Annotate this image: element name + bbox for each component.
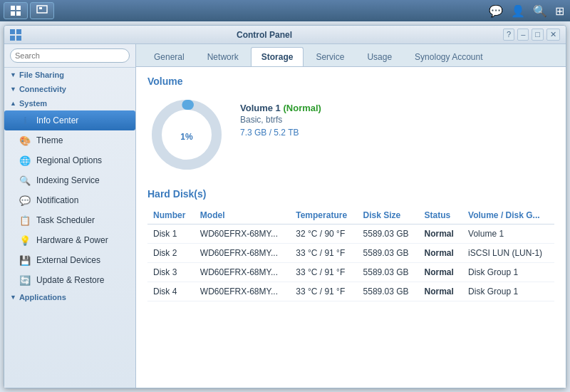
grid-small-icon[interactable]: ⊞: [553, 2, 566, 20]
sidebar-item-update-restore[interactable]: 🔄 Update & Restore: [4, 270, 135, 290]
disk-number: Disk 1: [147, 225, 195, 244]
sidebar-item-info-center[interactable]: ℹ Info Center: [4, 110, 135, 130]
disk-size: 5589.03 GB: [358, 244, 419, 263]
info-icon: ℹ: [19, 114, 31, 127]
disk-temperature: 33 °C / 91 °F: [290, 244, 357, 263]
regional-icon: 🌐: [19, 154, 31, 167]
taskbar-grid-button[interactable]: [4, 2, 28, 19]
window-icon: [10, 29, 21, 41]
search-input[interactable]: [10, 48, 130, 63]
maximize-button[interactable]: □: [532, 29, 544, 41]
sidebar: ▼ File Sharing ▼ Connectivity ▲ System ℹ…: [4, 44, 136, 388]
sidebar-section-system[interactable]: ▲ System: [4, 96, 135, 110]
tab-network[interactable]: Network: [197, 47, 249, 66]
donut-percent-text: 1%: [180, 127, 192, 143]
disk-status: Normal: [419, 263, 463, 282]
chevron-down-icon: ▼: [10, 86, 16, 93]
volume-type: Basic, btrfs: [240, 115, 321, 125]
sidebar-item-external-devices[interactable]: 💾 External Devices: [4, 250, 135, 270]
theme-label: Theme: [36, 135, 63, 145]
donut-suffix: %: [185, 132, 193, 142]
content-area: General Network Storage Service Usage Sy…: [136, 44, 566, 388]
tab-service[interactable]: Service: [305, 47, 355, 66]
volume-info: Volume 1 (Normal) Basic, btrfs 7.3 GB / …: [240, 96, 321, 138]
table-row: Disk 1 WD60EFRX-68MY... 32 °C / 90 °F 55…: [147, 225, 554, 244]
col-number: Number: [147, 207, 195, 225]
search-icon[interactable]: 🔍: [531, 2, 549, 20]
sidebar-item-regional-options[interactable]: 🌐 Regional Options: [4, 150, 135, 170]
window-controls: ? – □ ✕: [503, 29, 560, 41]
sidebar-item-hardware-power[interactable]: 💡 Hardware & Power: [4, 230, 135, 250]
disk-model: WD60EFRX-68MY...: [195, 263, 290, 282]
tabs-bar: General Network Storage Service Usage Sy…: [136, 44, 566, 67]
notification-label: Notification: [36, 195, 78, 205]
disk-model: WD60EFRX-68MY...: [195, 282, 290, 301]
hardware-icon: 💡: [19, 234, 31, 247]
disk-size: 5589.03 GB: [358, 225, 419, 244]
file-sharing-label: File Sharing: [19, 71, 64, 79]
question-button[interactable]: ?: [503, 29, 514, 41]
volume-section-title: Volume: [147, 76, 554, 87]
sidebar-item-notification[interactable]: 💬 Notification: [4, 190, 135, 210]
sidebar-item-task-scheduler[interactable]: 📋 Task Scheduler: [4, 210, 135, 230]
sidebar-section-file-sharing[interactable]: ▼ File Sharing: [4, 68, 135, 82]
indexing-service-label: Indexing Service: [36, 175, 100, 185]
svg-rect-3: [16, 11, 21, 16]
chat-icon[interactable]: 💬: [487, 2, 505, 20]
sidebar-item-theme[interactable]: 🎨 Theme: [4, 130, 135, 150]
disk-table-body: Disk 1 WD60EFRX-68MY... 32 °C / 90 °F 55…: [147, 225, 554, 301]
tab-synology-account[interactable]: Synology Account: [404, 47, 493, 66]
main-area: ▼ File Sharing ▼ Connectivity ▲ System ℹ…: [4, 44, 566, 388]
disk-status: Normal: [419, 282, 463, 301]
disk-table-header: Number Model Temperature Disk Size Statu…: [147, 207, 554, 225]
task-icon: 📋: [19, 214, 31, 227]
taskbar-panel-button[interactable]: [30, 2, 54, 19]
tab-storage[interactable]: Storage: [251, 47, 304, 66]
indexing-icon: 🔍: [19, 174, 31, 187]
theme-icon: 🎨: [19, 134, 31, 147]
disk-temperature: 33 °C / 91 °F: [290, 282, 357, 301]
volume-donut-chart: 1%: [147, 96, 226, 174]
col-volume: Volume / Disk G...: [462, 207, 554, 225]
disk-number: Disk 4: [147, 282, 195, 301]
control-panel-window: Control Panel ? – □ ✕ ▼ File Sharing ▼ C…: [4, 25, 566, 388]
donut-value: 1: [180, 132, 185, 142]
info-center-label: Info Center: [36, 115, 78, 125]
sidebar-item-indexing-service[interactable]: 🔍 Indexing Service: [4, 170, 135, 190]
disk-table: Number Model Temperature Disk Size Statu…: [147, 207, 554, 301]
titlebar: Control Panel ? – □ ✕: [4, 26, 566, 44]
disk-status: Normal: [419, 225, 463, 244]
close-button[interactable]: ✕: [546, 29, 560, 41]
external-devices-label: External Devices: [36, 255, 100, 265]
volume-area: 1% Volume 1 (Normal) Basic, btrfs 7.3 GB…: [147, 96, 554, 174]
disk-temperature: 33 °C / 91 °F: [290, 263, 357, 282]
user-icon[interactable]: 👤: [509, 2, 527, 20]
col-model: Model: [195, 207, 290, 225]
hardware-power-label: Hardware & Power: [36, 235, 108, 245]
volume-size: 7.3 GB / 5.2 TB: [240, 128, 321, 138]
svg-rect-9: [16, 36, 21, 41]
volume-name: Volume 1 (Normal): [240, 103, 321, 113]
update-restore-label: Update & Restore: [36, 275, 104, 285]
tab-usage[interactable]: Usage: [356, 47, 403, 66]
disk-temperature: 32 °C / 90 °F: [290, 225, 357, 244]
minimize-button[interactable]: –: [517, 29, 529, 41]
table-row: Disk 3 WD60EFRX-68MY... 33 °C / 91 °F 55…: [147, 263, 554, 282]
disk-size: 5589.03 GB: [358, 263, 419, 282]
harddisk-section-title: Hard Disk(s): [147, 188, 554, 200]
taskbar-right-icons: 💬 👤 🔍 ⊞: [487, 2, 566, 20]
sidebar-section-applications[interactable]: ▼ Applications: [4, 290, 135, 304]
disk-status: Normal: [419, 244, 463, 263]
svg-rect-0: [11, 6, 15, 10]
disk-model: WD60EFRX-68MY...: [195, 225, 290, 244]
col-status: Status: [419, 207, 463, 225]
external-icon: 💾: [19, 254, 31, 267]
chevron-down-icon: ▼: [10, 71, 16, 78]
svg-rect-8: [10, 36, 15, 41]
system-label: System: [19, 99, 47, 108]
chevron-up-icon: ▲: [10, 100, 16, 107]
sidebar-section-connectivity[interactable]: ▼ Connectivity: [4, 82, 135, 96]
tab-general[interactable]: General: [143, 47, 195, 66]
col-disk-size: Disk Size: [358, 207, 419, 225]
sidebar-search-area: [4, 44, 135, 68]
